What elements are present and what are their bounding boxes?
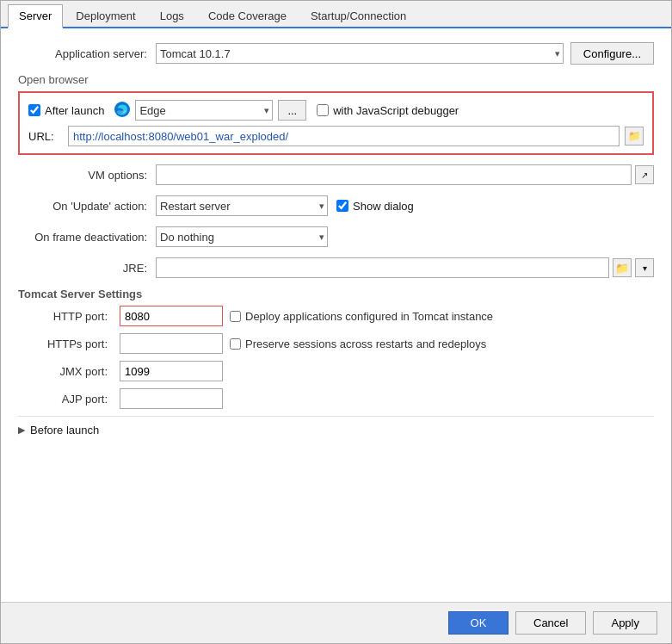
tab-deployment[interactable]: Deployment xyxy=(65,4,146,27)
tab-server[interactable]: Server xyxy=(8,4,63,28)
bottom-bar: OK Cancel Apply xyxy=(1,602,671,643)
on-frame-deactivation-select-wrapper: Do nothing Update classes and resources … xyxy=(156,226,328,247)
vm-options-label: VM options: xyxy=(18,169,156,182)
https-port-label: HTTPs port: xyxy=(18,337,113,350)
on-frame-deactivation-label: On frame deactivation: xyxy=(18,231,156,244)
browser-select[interactable]: Edge xyxy=(135,100,273,121)
jre-input[interactable] xyxy=(156,257,609,278)
tab-startup-connection[interactable]: Startup/Connection xyxy=(299,4,417,27)
http-port-row: HTTP port: Deploy applications configure… xyxy=(18,306,654,326)
vm-options-row: VM options: ↗ xyxy=(18,164,654,186)
jmx-port-input[interactable] xyxy=(120,361,223,381)
https-port-input[interactable] xyxy=(120,333,223,354)
tab-bar: Server Deployment Logs Code Coverage Sta… xyxy=(1,1,671,28)
http-port-label: HTTP port: xyxy=(18,310,113,323)
expand-icon: ↗ xyxy=(641,170,648,180)
after-launch-row: After launch Edge ... xyxy=(28,100,644,121)
show-dialog-checkbox[interactable] xyxy=(336,200,348,212)
url-row: URL: 📁 xyxy=(28,126,644,146)
js-debugger-label: with JavaScript debugger xyxy=(333,104,459,117)
vm-options-input[interactable] xyxy=(156,164,632,185)
ajp-port-row: AJP port: xyxy=(18,388,654,409)
ajp-port-input[interactable] xyxy=(120,388,223,409)
edge-icon xyxy=(114,102,130,120)
apply-button[interactable]: Apply xyxy=(593,611,657,635)
jre-input-group: 📁 ▾ xyxy=(156,257,654,278)
js-debugger-checkbox[interactable] xyxy=(317,104,329,116)
open-browser-box: After launch Edge ... xyxy=(18,91,654,155)
jre-folder-button[interactable]: 📁 xyxy=(613,258,632,277)
jre-folder-icon: 📁 xyxy=(615,262,629,275)
preserve-sessions-label: Preserve sessions across restarts and re… xyxy=(245,337,486,350)
http-port-input[interactable] xyxy=(120,306,223,326)
https-port-row: HTTPs port: Preserve sessions across res… xyxy=(18,333,654,354)
main-window: Server Deployment Logs Code Coverage Sta… xyxy=(0,0,672,644)
preserve-sessions-wrapper: Preserve sessions across restarts and re… xyxy=(230,337,486,350)
jre-label: JRE: xyxy=(18,262,156,275)
tomcat-settings-section: HTTP port: Deploy applications configure… xyxy=(18,306,654,409)
app-server-select[interactable]: Tomcat 10.1.7 xyxy=(156,43,564,64)
js-debugger-wrapper: with JavaScript debugger xyxy=(317,104,459,117)
before-launch-section: ▶ Before launch xyxy=(18,416,654,437)
jre-dropdown-button[interactable]: ▾ xyxy=(635,258,654,277)
preserve-sessions-checkbox[interactable] xyxy=(230,338,241,350)
after-launch-label: After launch xyxy=(45,104,104,117)
tomcat-section-label: Tomcat Server Settings xyxy=(18,288,654,300)
tab-logs[interactable]: Logs xyxy=(149,4,195,27)
on-update-label: On 'Update' action: xyxy=(18,200,156,213)
jre-dropdown-icon: ▾ xyxy=(643,263,647,273)
deploy-tomcat-wrapper: Deploy applications configured in Tomcat… xyxy=(230,310,493,323)
on-update-select-wrapper: Restart server Update classes and resour… xyxy=(156,195,328,216)
deploy-tomcat-label: Deploy applications configured in Tomcat… xyxy=(245,310,493,323)
before-launch-label: Before launch xyxy=(30,424,99,437)
show-dialog-label: Show dialog xyxy=(353,200,414,213)
on-frame-deactivation-select[interactable]: Do nothing Update classes and resources … xyxy=(156,226,328,247)
url-label: URL: xyxy=(28,130,63,143)
cancel-button[interactable]: Cancel xyxy=(515,611,586,635)
app-server-row: Application server: Tomcat 10.1.7 Config… xyxy=(18,42,654,65)
open-browser-label: Open browser xyxy=(18,73,654,86)
on-frame-deactivation-row: On frame deactivation: Do nothing Update… xyxy=(18,226,654,248)
jmx-port-label: JMX port: xyxy=(18,365,113,378)
url-folder-button[interactable]: 📁 xyxy=(625,127,644,146)
before-launch-chevron-icon[interactable]: ▶ xyxy=(18,424,25,436)
jre-row: JRE: 📁 ▾ xyxy=(18,257,654,279)
app-server-label: Application server: xyxy=(18,47,156,60)
ajp-port-label: AJP port: xyxy=(18,393,113,406)
browser-ellipsis-button[interactable]: ... xyxy=(278,100,306,121)
on-update-select[interactable]: Restart server Update classes and resour… xyxy=(156,195,328,216)
url-input[interactable] xyxy=(68,126,620,146)
content-area: Application server: Tomcat 10.1.7 Config… xyxy=(1,28,671,602)
configure-button[interactable]: Configure... xyxy=(570,42,654,65)
after-launch-checkbox[interactable] xyxy=(28,104,40,116)
on-update-row: On 'Update' action: Restart server Updat… xyxy=(18,195,654,217)
deploy-tomcat-checkbox[interactable] xyxy=(230,311,241,322)
ok-button[interactable]: OK xyxy=(448,611,509,635)
folder-icon: 📁 xyxy=(628,130,641,142)
browser-select-wrapper: Edge xyxy=(135,100,273,121)
vm-options-expand-button[interactable]: ↗ xyxy=(635,165,654,184)
after-launch-checkbox-wrapper: After launch xyxy=(28,104,104,117)
jmx-port-row: JMX port: xyxy=(18,361,654,381)
tab-code-coverage[interactable]: Code Coverage xyxy=(197,4,298,27)
show-dialog-wrapper: Show dialog xyxy=(336,200,414,213)
app-server-select-wrapper: Tomcat 10.1.7 xyxy=(156,43,564,64)
